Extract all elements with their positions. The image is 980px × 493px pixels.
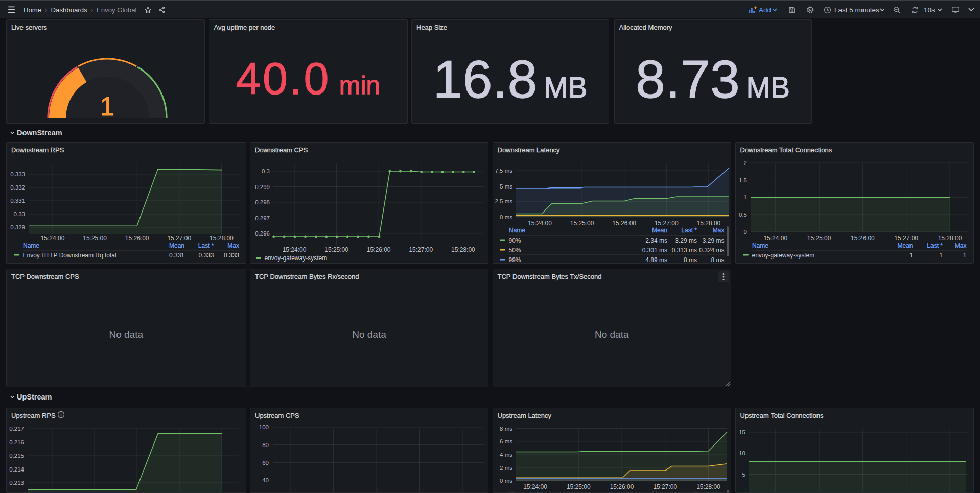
svg-text:15:28:00: 15:28:00 xyxy=(938,234,962,242)
svg-text:0 ms: 0 ms xyxy=(500,478,512,484)
svg-text:15: 15 xyxy=(739,429,745,435)
svg-text:1.5: 1.5 xyxy=(739,177,747,183)
svg-text:90%: 90% xyxy=(508,237,521,244)
svg-text:2: 2 xyxy=(743,160,746,166)
svg-text:Name: Name xyxy=(509,491,526,493)
svg-text:15:27:00: 15:27:00 xyxy=(167,234,191,242)
svg-text:Mean: Mean xyxy=(169,242,184,249)
svg-text:Last *: Last * xyxy=(198,242,214,249)
svg-text:0.333: 0.333 xyxy=(198,252,214,259)
svg-text:15:27:00: 15:27:00 xyxy=(653,483,677,490)
svg-text:0.297: 0.297 xyxy=(255,215,270,221)
svg-text:0.214: 0.214 xyxy=(9,466,24,473)
svg-text:1: 1 xyxy=(100,92,114,121)
svg-text:4 ms: 4 ms xyxy=(500,452,512,458)
svg-text:Envoy HTTP Downstream Rq total: Envoy HTTP Downstream Rq total xyxy=(23,252,116,259)
svg-text:0.329: 0.329 xyxy=(10,224,25,230)
svg-text:0.33: 0.33 xyxy=(14,211,25,217)
svg-text:Max: Max xyxy=(712,491,724,493)
svg-text:15:26:00: 15:26:00 xyxy=(851,234,875,242)
svg-text:40: 40 xyxy=(262,477,269,483)
svg-text:0.333: 0.333 xyxy=(224,252,239,259)
svg-text:50%: 50% xyxy=(508,247,521,254)
svg-text:15:25:00: 15:25:00 xyxy=(807,234,831,242)
svg-text:Max: Max xyxy=(954,242,966,249)
svg-text:15:24:00: 15:24:00 xyxy=(283,246,307,253)
svg-text:15:28:00: 15:28:00 xyxy=(696,483,720,490)
svg-text:15:28:00: 15:28:00 xyxy=(451,246,475,253)
svg-text:15:28:00: 15:28:00 xyxy=(209,234,234,242)
svg-text:15:27:00: 15:27:00 xyxy=(654,220,678,227)
svg-text:10: 10 xyxy=(739,450,745,456)
svg-text:envoy-gateway-system: envoy-gateway-system xyxy=(752,252,814,259)
svg-text:Last *: Last * xyxy=(681,227,697,234)
svg-text:15:26:00: 15:26:00 xyxy=(610,483,634,490)
svg-text:Name: Name xyxy=(509,227,525,234)
svg-text:15:25:00: 15:25:00 xyxy=(570,220,594,227)
svg-text:2 ms: 2 ms xyxy=(500,465,512,471)
svg-text:15:24:00: 15:24:00 xyxy=(523,483,547,490)
svg-text:Max: Max xyxy=(712,227,724,234)
svg-text:15:27:00: 15:27:00 xyxy=(409,246,433,253)
svg-text:0.215: 0.215 xyxy=(9,453,24,459)
svg-text:0.216: 0.216 xyxy=(9,439,24,445)
svg-text:0.331: 0.331 xyxy=(169,252,184,259)
svg-text:Last *: Last * xyxy=(681,491,697,493)
svg-text:0.332: 0.332 xyxy=(10,184,25,191)
svg-text:0: 0 xyxy=(743,229,746,235)
svg-text:0.217: 0.217 xyxy=(9,426,24,432)
svg-text:0.313 ms: 0.313 ms xyxy=(671,247,696,254)
svg-text:100: 100 xyxy=(259,424,269,430)
svg-text:15:24:00: 15:24:00 xyxy=(528,220,552,227)
svg-text:Mean: Mean xyxy=(651,491,667,493)
svg-text:80: 80 xyxy=(262,442,269,448)
svg-text:0.331: 0.331 xyxy=(10,198,25,204)
svg-text:1: 1 xyxy=(939,252,943,259)
svg-text:60: 60 xyxy=(262,460,269,466)
svg-text:15:25:00: 15:25:00 xyxy=(566,483,590,490)
svg-text:8 ms: 8 ms xyxy=(683,256,696,264)
svg-text:Mean: Mean xyxy=(651,227,667,234)
svg-text:2.34 ms: 2.34 ms xyxy=(645,237,667,244)
svg-text:0.301 ms: 0.301 ms xyxy=(642,247,667,254)
svg-text:99%: 99% xyxy=(508,256,521,264)
svg-text:envoy-gateway-system: envoy-gateway-system xyxy=(265,254,328,262)
svg-text:0.299: 0.299 xyxy=(255,184,270,190)
svg-text:0.333: 0.333 xyxy=(10,171,25,177)
svg-text:15:26:00: 15:26:00 xyxy=(125,234,149,242)
svg-text:8 ms: 8 ms xyxy=(500,426,512,432)
svg-text:0 ms: 0 ms xyxy=(500,214,512,220)
svg-text:15:24:00: 15:24:00 xyxy=(763,234,787,242)
svg-text:8 ms: 8 ms xyxy=(711,256,724,264)
svg-text:15:28:00: 15:28:00 xyxy=(696,220,720,227)
svg-text:15:25:00: 15:25:00 xyxy=(83,234,107,242)
svg-text:6 ms: 6 ms xyxy=(500,438,512,444)
svg-text:1: 1 xyxy=(743,194,746,200)
svg-text:0.324 ms: 0.324 ms xyxy=(699,247,724,254)
svg-text:0.298: 0.298 xyxy=(255,199,270,205)
svg-text:Last *: Last * xyxy=(927,242,943,249)
svg-text:0.3: 0.3 xyxy=(262,168,270,174)
svg-text:7.5 ms: 7.5 ms xyxy=(495,168,512,174)
svg-text:Name: Name xyxy=(23,242,39,249)
svg-text:4.89 ms: 4.89 ms xyxy=(645,256,667,264)
svg-text:3.29 ms: 3.29 ms xyxy=(702,237,724,244)
svg-text:Mean: Mean xyxy=(897,242,913,249)
svg-text:1: 1 xyxy=(909,252,913,259)
svg-text:5: 5 xyxy=(742,472,745,478)
svg-text:15:24:00: 15:24:00 xyxy=(41,234,65,242)
svg-text:Name: Name xyxy=(752,242,768,249)
svg-text:15:26:00: 15:26:00 xyxy=(367,246,391,253)
svg-text:Max: Max xyxy=(227,242,239,249)
svg-text:0.5: 0.5 xyxy=(739,212,747,218)
svg-text:0.296: 0.296 xyxy=(255,230,270,237)
svg-text:15:26:00: 15:26:00 xyxy=(612,220,636,227)
svg-text:2.5 ms: 2.5 ms xyxy=(495,198,512,204)
svg-text:1: 1 xyxy=(963,252,966,259)
svg-text:15:27:00: 15:27:00 xyxy=(894,234,918,242)
svg-text:3.29 ms: 3.29 ms xyxy=(675,237,697,244)
svg-text:5 ms: 5 ms xyxy=(500,183,512,190)
svg-text:15:25:00: 15:25:00 xyxy=(324,246,348,253)
svg-text:0.213: 0.213 xyxy=(9,480,24,486)
